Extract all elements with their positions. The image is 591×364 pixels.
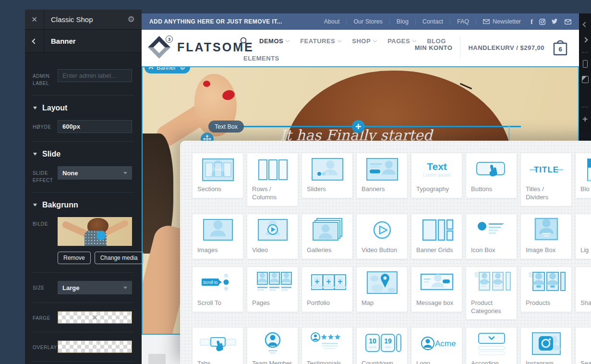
element-tile-buttons[interactable]: Buttons	[466, 153, 517, 198]
svg-text:MIN: MIN	[385, 346, 390, 349]
element-tile-blog-posts[interactable]: Blo	[575, 153, 591, 198]
overlay-color-swatch[interactable]	[58, 340, 132, 353]
add-element-button[interactable]	[352, 120, 365, 133]
mobile-preview-icon[interactable]	[581, 60, 590, 68]
element-tile-typography[interactable]: TextLorem ipsumTypography	[411, 153, 462, 198]
element-tile-banner-grids[interactable]: Banner Grids	[411, 214, 462, 259]
element-tile-rows-columns[interactable]: Rows / Columns	[247, 153, 298, 206]
element-tile-team-member[interactable]: Team Member	[247, 327, 298, 364]
element-tile-message-box[interactable]: Message box	[411, 267, 462, 312]
element-tile-video[interactable]: Video	[247, 214, 298, 259]
hoyde-label: HØYDE	[33, 120, 58, 133]
add-icon[interactable]: +	[581, 114, 590, 123]
svg-text:10: 10	[369, 337, 376, 345]
element-tile-product-categories[interactable]: $Product Categories	[466, 267, 517, 320]
nav-demos[interactable]: DEMOS	[259, 37, 289, 45]
hoyde-input[interactable]	[58, 120, 132, 133]
cart-bag-icon[interactable]: 6	[552, 38, 568, 57]
page-title: Classic Shop	[44, 15, 121, 24]
element-tile-label: Countdown	[357, 357, 407, 364]
element-tile-tabs[interactable]: Tabs	[192, 327, 243, 364]
chevron-right-icon[interactable]	[581, 36, 590, 44]
element-tile-banners[interactable]: Banners	[356, 153, 408, 198]
tablet-preview-icon[interactable]	[581, 75, 590, 84]
nav-elements[interactable]: ELEMENTS	[243, 55, 279, 62]
cart-link[interactable]: HANDLEKURV / $297,00	[468, 44, 544, 51]
banner-element-pill[interactable]: Banner ⚙	[145, 66, 190, 73]
element-tile-sections[interactable]: Sections	[192, 153, 243, 198]
chevron-left-icon[interactable]	[581, 20, 590, 29]
element-tile-sliders[interactable]: Sliders	[302, 153, 353, 198]
nav-shop[interactable]: SHOP	[352, 37, 376, 45]
element-tile-lightbox[interactable]: Lig	[575, 214, 591, 259]
breadcrumb: Banner	[44, 37, 142, 45]
newsletter-link[interactable]: Newsletter	[483, 18, 521, 25]
element-tile-accordion[interactable]: Accordion	[466, 327, 517, 364]
element-tile-label: Scroll To	[193, 297, 243, 312]
element-tile-share-icons[interactable]: Sha ico	[575, 267, 591, 312]
section-title: Bakgrunn	[42, 201, 78, 209]
no-color-x-icon: ×	[58, 312, 132, 323]
section-layout[interactable]: Layout	[25, 104, 142, 112]
element-tile-logo[interactable]: AcmeLogo	[411, 327, 462, 364]
element-tile-scroll-to[interactable]: Scroll toScroll To	[192, 267, 243, 312]
element-tile-galleries[interactable]: Galleries	[302, 214, 353, 259]
element-tile-label: Map	[357, 297, 407, 312]
slide-effect-select[interactable]: None	[58, 166, 132, 180]
element-tile-icon-box[interactable]: Icon Box	[466, 214, 517, 259]
element-tile-search[interactable]: Sea	[575, 327, 591, 364]
element-tile-instagram-feed[interactable]: Instagram feed	[520, 327, 572, 364]
divider	[33, 303, 134, 303]
element-tile-video-button[interactable]: Video Button	[356, 214, 408, 259]
element-tile-images[interactable]: Images	[192, 214, 243, 259]
element-tile-label: Typography	[411, 183, 462, 198]
element-tile-products[interactable]: $Products	[520, 267, 572, 312]
close-icon[interactable]: ×	[25, 10, 44, 29]
change-media-button[interactable]: Change media	[95, 252, 144, 264]
chevron-up-icon[interactable]	[149, 66, 154, 71]
element-tile-map[interactable]: Map	[356, 267, 408, 312]
element-tile-portfolio[interactable]: Portfolio	[302, 267, 353, 312]
topbar-link-contact[interactable]: Contact	[422, 18, 443, 25]
facebook-icon[interactable]: f	[531, 18, 533, 26]
admin-label-input[interactable]	[58, 69, 132, 82]
divider	[346, 19, 347, 25]
background-image-thumbnail[interactable]	[58, 217, 132, 246]
element-tile-image-box[interactable]: Image Box	[520, 214, 572, 259]
element-tile-countdown[interactable]: 10DAYS19MINCountdown	[356, 327, 408, 364]
desktop-preview-icon[interactable]	[581, 90, 590, 99]
element-tile-label: Sha ico	[576, 297, 591, 312]
divider	[476, 19, 476, 25]
email-icon[interactable]	[565, 19, 571, 24]
nav-pages[interactable]: PAGES	[387, 37, 416, 45]
video-button-icon	[357, 214, 407, 244]
typography-icon: TextLorem ipsum	[411, 153, 462, 183]
gear-icon[interactable]: ⚙	[121, 14, 142, 24]
textbox-tooltip[interactable]: Text Box	[208, 121, 244, 133]
remove-button[interactable]: Remove	[58, 252, 91, 264]
topbar-link-blog[interactable]: Blog	[397, 18, 409, 25]
collapse-triangle-icon	[33, 204, 37, 206]
flatsome-logo[interactable]: 3 FLATSOME	[147, 35, 254, 60]
back-chevron-icon[interactable]	[25, 30, 44, 52]
testimonials-icon	[302, 328, 352, 357]
gear-icon[interactable]: ⚙	[180, 66, 185, 71]
section-slide[interactable]: Slide	[25, 150, 142, 158]
site-header: 3 FLATSOME DEMOS FEATURES SHOP PAGES BLO…	[142, 30, 579, 66]
topbar-link-about[interactable]: About	[324, 18, 340, 25]
divider	[33, 141, 134, 142]
topbar-link-our-stores[interactable]: Our Stores	[353, 18, 382, 25]
nav-features[interactable]: FEATURES	[300, 37, 341, 45]
section-bakgrunn[interactable]: Bakgrunn	[25, 201, 142, 209]
element-tile-testimonials[interactable]: Testimonials	[302, 327, 353, 364]
twitter-icon[interactable]	[552, 19, 558, 24]
size-select[interactable]: Large	[58, 281, 132, 294]
search-icon[interactable]	[240, 37, 248, 45]
account-link[interactable]: MIN KONTO	[415, 44, 453, 51]
topbar-link-faq[interactable]: FAQ	[457, 18, 469, 25]
farge-color-swatch[interactable]: ×	[58, 311, 132, 324]
focal-point-marker[interactable]	[96, 231, 106, 240]
element-tile-pages[interactable]: Pages	[247, 267, 298, 312]
element-tile-titles-dividers[interactable]: TITLETitles / Dividers	[520, 153, 572, 206]
instagram-icon[interactable]	[539, 19, 545, 25]
